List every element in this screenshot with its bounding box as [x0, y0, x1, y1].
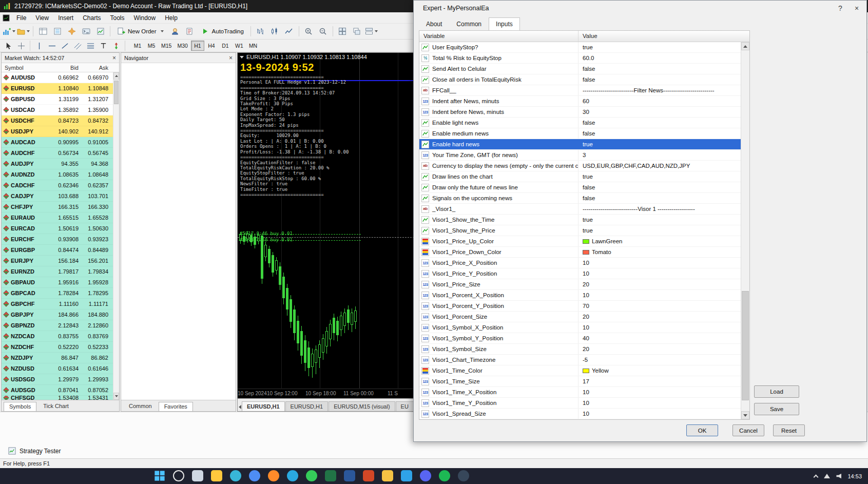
- market-watch-row-audusd[interactable]: AUDUSD0.669620.66970: [2, 72, 113, 83]
- tab-favorites[interactable]: Favorites: [159, 402, 193, 411]
- dropdown-arrow-icon[interactable]: [375, 30, 378, 32]
- timeframe-mn[interactable]: MN: [246, 41, 260, 51]
- variable-value[interactable]: false: [583, 130, 595, 137]
- dialog-tab-about[interactable]: About: [419, 17, 449, 30]
- variable-value[interactable]: 10: [583, 389, 589, 395]
- variable-value[interactable]: --------------------------Filter News---…: [583, 87, 715, 93]
- channel-button[interactable]: [71, 41, 84, 51]
- market-watch-row-gbpcad[interactable]: GBPCAD1.782841.78295: [2, 288, 113, 299]
- taskbar-app-8-icon[interactable]: [325, 470, 336, 481]
- market-watch-row-eurgbp[interactable]: EURGBP0.844740.84489: [2, 245, 113, 256]
- hline-button[interactable]: [46, 41, 58, 51]
- dropdown-arrow-icon[interactable]: [161, 30, 164, 32]
- market-watch-row-gbpjpy[interactable]: GBPJPY184.866184.880: [2, 309, 113, 320]
- ok-button[interactable]: OK: [686, 424, 718, 436]
- input-row-enable-hard-news[interactable]: Enable hard newstrue: [419, 139, 741, 150]
- load-button[interactable]: Load: [754, 385, 799, 398]
- close-button[interactable]: ×: [851, 4, 862, 12]
- variable-value[interactable]: 3: [583, 152, 586, 158]
- tab-tick-chart[interactable]: Tick Chart: [37, 401, 74, 411]
- zoom-out-button[interactable]: [316, 25, 330, 37]
- input-row-send-alert-to-celular[interactable]: Send Alert to Celularfalse: [419, 64, 741, 74]
- variable-value[interactable]: -5: [583, 357, 588, 363]
- column-ask[interactable]: Ask: [79, 65, 108, 71]
- variable-value[interactable]: false: [583, 66, 595, 72]
- time-axis[interactable]: 10 Sep 202410 Sep 12:0010 Sep 18:0011 Se…: [238, 389, 414, 398]
- autotrading-button[interactable]: AutoTrading: [197, 25, 248, 37]
- volume-icon[interactable]: [836, 474, 841, 479]
- taskbar-app-7-icon[interactable]: [306, 470, 317, 481]
- market-watch-row-gbpaud[interactable]: GBPAUD1.959161.95928: [2, 277, 113, 288]
- market-watch-row-usdchf[interactable]: USDCHF0.847230.84732: [2, 115, 113, 126]
- text-tool-button[interactable]: [97, 41, 109, 51]
- input-row-indent-before-news-minuts[interactable]: 123Indent before News, minuts30: [419, 107, 741, 118]
- taskbar-app-3-icon[interactable]: [230, 470, 241, 481]
- variable-value[interactable]: 10: [583, 260, 589, 266]
- market-watch-row-gbpnzd[interactable]: GBPNZD2.128432.12860: [2, 320, 113, 331]
- taskbar-clock[interactable]: 14:53: [847, 473, 862, 479]
- input-row-indent-after-news-minuts[interactable]: 123Indent after News, minuts60: [419, 96, 741, 107]
- market-watch-row-audsgd[interactable]: AUDSGD0.870410.87052: [2, 385, 113, 396]
- variable-value[interactable]: 10: [583, 411, 589, 417]
- chart-tabs-scroll-left[interactable]: [239, 403, 241, 411]
- input-row-visor1[interactable]: ab_Visor1_----------------------------Vi…: [419, 204, 741, 215]
- timeframe-h4[interactable]: H4: [205, 41, 218, 51]
- variable-value[interactable]: 10: [583, 400, 589, 406]
- cursor-button[interactable]: [2, 41, 14, 51]
- dialog-tab-common[interactable]: Common: [449, 17, 489, 30]
- chart-bars-button[interactable]: [254, 25, 267, 37]
- column-bid[interactable]: Bid: [47, 65, 79, 71]
- dialog-title-bar[interactable]: Expert - MyPersonalEa: [414, 1, 866, 16]
- scroll-up-button[interactable]: [741, 42, 749, 50]
- variable-value[interactable]: 10: [583, 292, 589, 298]
- menu-tools[interactable]: Tools: [106, 13, 129, 23]
- market-watch-row-nzdjpy[interactable]: NZDJPY86.84786.862: [2, 353, 113, 363]
- strategy-tester-button[interactable]: [93, 25, 107, 37]
- input-row-currency-to-display-the-news-empty-only-the-current-cu[interactable]: abCurrency to display the news (empty - …: [419, 161, 741, 171]
- close-icon[interactable]: ×: [229, 54, 233, 62]
- variable-value[interactable]: Tomato: [592, 249, 611, 255]
- variable-value[interactable]: 10: [583, 324, 589, 331]
- timeframe-m30[interactable]: M30: [175, 41, 190, 51]
- tile-windows-button[interactable]: [336, 25, 350, 37]
- variable-value[interactable]: true: [583, 44, 593, 50]
- variable-value[interactable]: 30: [583, 109, 589, 115]
- variable-value[interactable]: 60: [583, 98, 589, 104]
- timeframe-h1[interactable]: H1: [191, 41, 204, 51]
- chart-line-button[interactable]: [282, 25, 296, 37]
- input-row-visor1-price-down-color[interactable]: Visor1_Price_Down_ColorTomato: [419, 247, 741, 258]
- variable-value[interactable]: true: [583, 217, 593, 223]
- timeframe-m15[interactable]: M15: [159, 41, 174, 51]
- variable-value[interactable]: false: [583, 76, 595, 83]
- expert-advisors-button[interactable]: [168, 25, 182, 37]
- input-row-visor1-show-the-price[interactable]: Visor1_Show_the_Pricetrue: [419, 225, 741, 236]
- arrange-windows-button[interactable]: [364, 25, 378, 37]
- scripts-button[interactable]: [183, 25, 197, 37]
- variable-value[interactable]: false: [583, 195, 595, 201]
- navigator-header[interactable]: Navigator ×: [121, 53, 236, 63]
- market-watch-row-eurchf[interactable]: EURCHF0.939080.93923: [2, 234, 113, 245]
- column-symbol[interactable]: Symbol: [2, 65, 47, 71]
- input-row-user-equitystop[interactable]: User EquityStop?true: [419, 42, 741, 53]
- market-watch-row-gbpchf[interactable]: GBPCHF1.111601.11171: [2, 299, 113, 309]
- market-watch-row-chfjpy[interactable]: CHFJPY166.315166.330: [2, 202, 113, 212]
- taskbar-app-1-icon[interactable]: [192, 470, 203, 481]
- input-row-visor1-price-y-position[interactable]: 123Visor1_Price_Y_Position10: [419, 268, 741, 279]
- taskbar-search-icon[interactable]: [173, 470, 184, 481]
- taskbar-app-5-icon[interactable]: [268, 470, 279, 481]
- input-row-visor1-chart-timezone[interactable]: 123Visor1_Chart_Timezone-5: [419, 355, 741, 365]
- input-row-visor1-time-size[interactable]: 123Visor1_Time_Size17: [419, 376, 741, 387]
- variable-value[interactable]: USD,EUR,GBP,CHF,CAD,AUD,NZD,JPY: [583, 163, 690, 169]
- scrollbar-thumb[interactable]: [742, 291, 749, 400]
- strategy-tester-label[interactable]: Strategy Tester: [8, 447, 61, 455]
- input-row-your-time-zone-gmt-for-news[interactable]: 123Your Time Zone, GMT (for news)3: [419, 150, 741, 161]
- input-row-ffcall[interactable]: abFFCall__--------------------------Filt…: [419, 85, 741, 96]
- column-value[interactable]: Value: [578, 31, 749, 42]
- scroll-up-button[interactable]: [113, 72, 119, 80]
- close-icon[interactable]: ×: [112, 54, 116, 62]
- tab-common[interactable]: Common: [123, 401, 158, 411]
- market-watch-row-usdjpy[interactable]: USDJPY140.902140.912: [2, 126, 113, 137]
- taskbar-app-14-icon[interactable]: [439, 470, 450, 481]
- taskbar-app-15-icon[interactable]: [458, 470, 469, 481]
- variable-value[interactable]: true: [583, 227, 593, 234]
